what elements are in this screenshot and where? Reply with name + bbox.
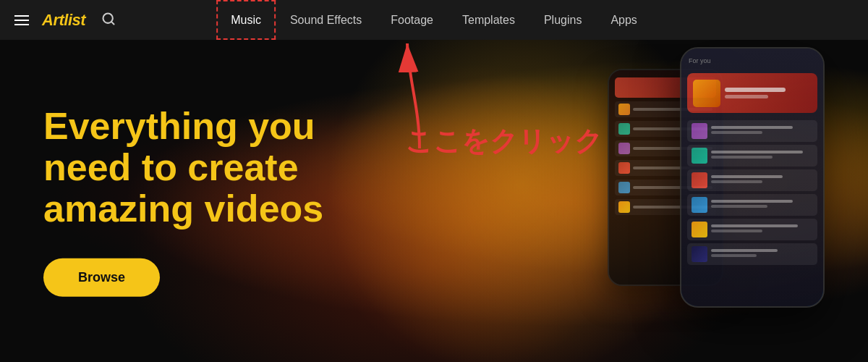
- nav-item-sound-effects[interactable]: Sound Effects: [276, 0, 376, 40]
- hero-content: Everything you need to create amazing vi…: [43, 105, 323, 297]
- nav-item-templates[interactable]: Templates: [448, 0, 529, 40]
- hero-heading: Everything you need to create amazing vi…: [43, 105, 323, 230]
- nav-item-music[interactable]: Music: [216, 0, 276, 40]
- svg-line-1: [111, 21, 114, 24]
- hamburger-icon[interactable]: [14, 15, 29, 25]
- browse-button[interactable]: Browse: [43, 258, 160, 297]
- search-icon[interactable]: [101, 12, 116, 29]
- navbar: Artlist Music Sound Effects Footage Temp…: [0, 0, 868, 40]
- hero-section: For you: [0, 40, 868, 362]
- nav-item-apps[interactable]: Apps: [596, 0, 651, 40]
- navbar-left: Artlist: [14, 11, 116, 30]
- navbar-nav: Music Sound Effects Footage Templates Pl…: [216, 0, 652, 40]
- logo[interactable]: Artlist: [42, 11, 85, 30]
- nav-item-footage[interactable]: Footage: [376, 0, 448, 40]
- phone-mockup-primary: For you: [680, 47, 825, 308]
- nav-item-plugins[interactable]: Plugins: [529, 0, 596, 40]
